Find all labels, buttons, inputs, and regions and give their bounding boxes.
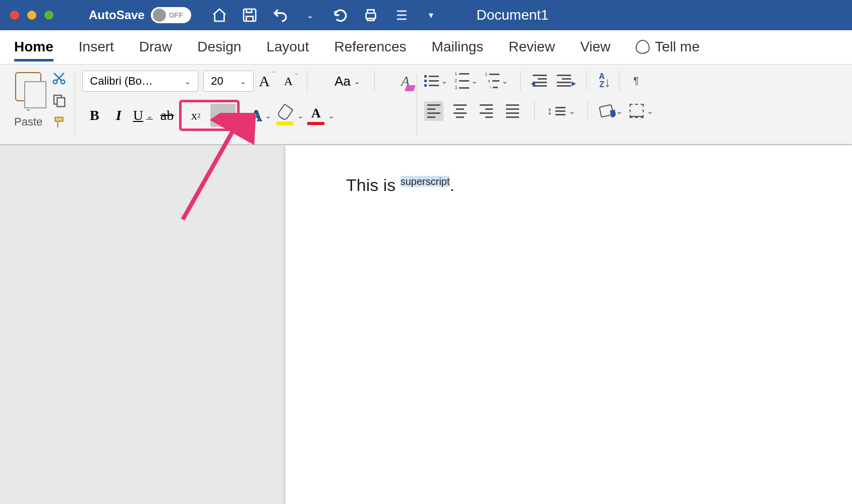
quick-access-toolbar: ⌄ ▾ [211,7,439,23]
separator [619,71,619,91]
tab-view[interactable]: View [580,39,610,61]
font-size-select[interactable]: 20 ⌄ [203,71,254,92]
paste-button[interactable]: ⌄ Paste [14,72,42,129]
document-selected-superscript[interactable]: superscript [401,176,450,187]
separator [374,71,375,91]
paste-label: Paste [14,115,42,129]
autosave-switch[interactable]: OFF [151,7,191,23]
maximize-window-button[interactable] [44,11,53,20]
clear-formatting-button[interactable]: A [401,73,410,89]
separator [520,71,521,91]
format-list-icon[interactable] [393,7,409,23]
font-group: Calibri (Bo… ⌄ 20 ⌄ Aˆ Aˇ Aa ⌄ A B I U ⌄… [75,71,417,138]
print-icon[interactable] [363,7,379,23]
show-formatting-button[interactable]: ¶ [634,75,639,87]
cut-button[interactable] [50,71,68,86]
ribbon-tabs: Home Insert Draw Design Layout Reference… [0,30,852,65]
font-size-value: 20 [211,75,223,88]
separator [534,101,535,121]
svg-rect-5 [58,98,65,107]
align-center-button[interactable] [450,101,470,121]
tab-home[interactable]: Home [14,39,53,61]
numbering-button[interactable]: 123 ⌄ [455,71,478,90]
titlebar: AutoSave OFF ⌄ ▾ Document1 [0,0,852,30]
align-justify-button[interactable] [503,101,522,121]
tell-me-label: Tell me [655,39,700,55]
tab-insert[interactable]: Insert [79,39,114,61]
document-title: Document1 [477,7,549,23]
shading-button[interactable]: ⌄ [600,105,622,116]
strikethrough-button[interactable]: ab [155,103,179,128]
redo-icon[interactable] [332,7,349,23]
separator [307,71,307,91]
window-controls [10,11,53,20]
paragraph-group: ⌄ 123 ⌄ 1ai ⌄ ◂ ▸ AZ↓ ¶ ↕ [417,71,660,138]
autosave-state: OFF [169,11,183,19]
minimize-window-button[interactable] [27,11,36,20]
chevron-down-icon: ⌄ [184,77,191,86]
increase-font-button[interactable]: Aˆ [259,73,270,90]
autosave-toggle[interactable]: AutoSave OFF [89,7,191,23]
svg-rect-1 [366,13,375,19]
copy-button[interactable] [50,93,68,108]
document-text-suffix: . [450,175,455,195]
svg-rect-0 [244,9,256,21]
change-case-button[interactable]: Aa ⌄ [334,74,360,89]
format-painter-button[interactable] [50,115,68,130]
highlight-button[interactable] [273,103,297,128]
font-color-dropdown[interactable]: ⌄ [328,111,334,120]
lightbulb-icon [636,40,650,54]
clipboard-group: ⌄ Paste [7,71,75,138]
ribbon: ⌄ Paste Calibri (Bo… ⌄ [0,65,852,145]
save-icon[interactable] [242,7,258,23]
tell-me-search[interactable]: Tell me [636,39,700,61]
align-left-button[interactable] [424,101,443,121]
font-name-value: Calibri (Bo… [90,75,153,88]
bullets-button[interactable]: ⌄ [424,75,447,87]
tab-references[interactable]: References [334,39,406,61]
italic-button[interactable]: I [106,103,131,128]
tab-layout[interactable]: Layout [266,39,309,61]
tab-review[interactable]: Review [508,39,555,61]
bold-button[interactable]: B [82,103,106,128]
align-right-button[interactable] [477,101,496,121]
font-color-button[interactable]: A [304,103,328,128]
increase-indent-button[interactable]: ▸ [557,75,574,87]
document-text-prefix: This is [346,175,401,195]
highlight-dropdown[interactable]: ⌄ [297,111,304,120]
borders-button[interactable]: ⌄ [630,104,653,118]
document-area: This is superscript. [0,145,852,504]
undo-icon[interactable] [272,7,288,23]
decrease-font-button[interactable]: Aˇ [284,75,293,88]
tab-mailings[interactable]: Mailings [432,39,484,61]
multilevel-list-button[interactable]: 1ai ⌄ [485,72,508,90]
tab-draw[interactable]: Draw [139,39,172,61]
clipboard-icon [15,72,41,101]
separator [587,101,588,121]
text-effects-button[interactable]: A⌄ [249,103,273,128]
autosave-label: AutoSave [89,8,145,22]
chevron-down-icon: ⌄ [240,77,246,86]
page-canvas[interactable]: This is superscript. [286,145,852,504]
undo-dropdown-icon[interactable]: ⌄ [302,7,318,23]
home-icon[interactable] [211,7,228,23]
sort-button[interactable]: AZ↓ [599,73,605,89]
line-spacing-button[interactable]: ↕ ⌄ [547,106,575,116]
separator [586,71,587,91]
close-window-button[interactable] [10,11,19,20]
subscript-superscript-highlight: x2 x2 [179,100,240,131]
decrease-indent-button[interactable]: ◂ [533,75,550,87]
superscript-button[interactable]: x2 [210,104,236,127]
tab-design[interactable]: Design [197,39,241,61]
qat-customize-icon[interactable]: ▾ [423,7,439,23]
underline-button[interactable]: U ⌄ [131,103,155,128]
subscript-button[interactable]: x2 [183,104,208,127]
font-name-select[interactable]: Calibri (Bo… ⌄ [82,71,198,92]
